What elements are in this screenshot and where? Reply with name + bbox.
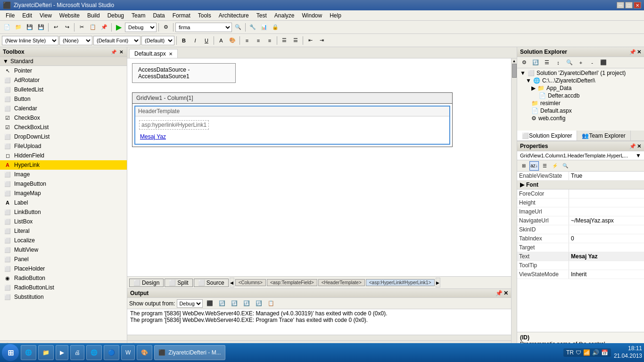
breadcrumb-headertemplate[interactable]: <HeaderTemplate> (318, 279, 365, 286)
attach-btn[interactable]: ⚙ (161, 22, 171, 33)
taskbar-chrome-btn[interactable]: 🌐 (86, 345, 102, 360)
output-pin-btn[interactable]: 📌 (495, 290, 503, 296)
properties-target-dropdown[interactable]: ▼ (636, 152, 641, 159)
prop-value[interactable] (569, 189, 644, 198)
menu-architecture[interactable]: Architecture (215, 10, 253, 20)
menu-format[interactable]: Format (169, 10, 194, 20)
bold-btn[interactable]: B (179, 35, 189, 46)
output-tool-btn6[interactable]: 📋 (266, 298, 276, 309)
minimize-button[interactable]: ─ (617, 2, 624, 8)
menu-help[interactable]: Help (326, 10, 345, 20)
prop-value[interactable]: Mesaj Yaz (569, 252, 644, 261)
toolbox-item-linkbutton[interactable]: ⬜ LinkButton (0, 207, 127, 217)
prop-value[interactable] (569, 198, 644, 207)
toolbox-item-substitution[interactable]: ⬜ Substitution (0, 292, 127, 302)
run-btn[interactable]: ▶ (114, 22, 124, 33)
design-view-btn[interactable]: ⬜ Design (129, 279, 164, 287)
se-syncwith-btn[interactable]: ⬛ (598, 58, 609, 68)
toolbox-item-radiobutton[interactable]: ◉ RadioButton (0, 273, 127, 283)
prop-value[interactable] (569, 225, 644, 234)
prop-value[interactable]: Inherit (569, 270, 644, 279)
toolbox-item-placeholder[interactable]: ⬜ PlaceHolder (0, 264, 127, 273)
breadcrumb-hyperlink[interactable]: <asp:HyperLink#HyperLink1> (366, 279, 435, 286)
toolbox-item-listbox[interactable]: ⬜ ListBox (0, 217, 127, 226)
se-expand-btn[interactable]: + (576, 58, 586, 68)
prop-value[interactable]: 0 (569, 234, 644, 243)
tree-resimler[interactable]: 📁 resimler (518, 99, 643, 107)
taskbar-mediaplayer-btn[interactable]: ▶ (56, 345, 68, 360)
se-props-btn[interactable]: ⚙ (519, 58, 529, 68)
output-close-btn[interactable]: ✕ (504, 290, 508, 296)
close-button[interactable]: ✕ (634, 2, 641, 8)
font-color-btn[interactable]: A (216, 35, 226, 46)
split-view-btn[interactable]: ⬜ Split (165, 279, 192, 287)
menu-window[interactable]: Window (298, 10, 326, 20)
toolbox-item-adrotator[interactable]: ⬜ AdRotator (0, 75, 127, 85)
prop-value[interactable] (569, 261, 644, 270)
main-vertical-scrollbar[interactable]: ▲ ▼ (511, 58, 517, 351)
se-pin-btn[interactable]: 📌 (629, 49, 636, 55)
output-tool-btn3[interactable]: 🔃 (229, 298, 239, 309)
se-close-btn[interactable]: ✕ (637, 49, 641, 55)
size-dropdown[interactable]: (Default) (141, 36, 174, 45)
props-grid-btn[interactable]: ☰ (540, 161, 549, 171)
toolbox-item-literal[interactable]: ⬜ Literal (0, 226, 127, 236)
start-button[interactable]: ⊞ (2, 344, 19, 361)
menu-debug[interactable]: Debug (104, 10, 128, 20)
toolbox-item-radiobuttonlist[interactable]: ⬜ RadioButtonList (0, 283, 127, 292)
props-close-btn[interactable]: ✕ (637, 143, 641, 149)
save-btn[interactable]: 💾 (25, 22, 35, 33)
bullet-list-btn[interactable]: ☰ (279, 35, 289, 46)
menu-edit[interactable]: Edit (18, 10, 36, 20)
indent-btn[interactable]: ⇥ (316, 35, 327, 46)
breadcrumb-columns[interactable]: <Columns> (235, 279, 266, 286)
toolbox-item-label[interactable]: A Label (0, 198, 127, 207)
new-project-btn[interactable]: 📄 (2, 22, 12, 33)
tree-solution[interactable]: ▼ ⬜ Solution 'ZiyaretciDefteri' (1 proje… (518, 69, 643, 77)
toolbox-item-image[interactable]: ⬜ Image (0, 170, 127, 179)
toolbox-item-localize[interactable]: ⬜ Localize (0, 236, 127, 245)
search-dropdown[interactable]: firma (175, 23, 232, 32)
toolbar-btn2[interactable]: 🔧 (248, 22, 258, 33)
style-dropdown[interactable]: (New Inline Style) (2, 36, 58, 45)
toolbox-item-hiddenfield[interactable]: ◻ HiddenField (0, 151, 127, 160)
undo-btn[interactable]: ↩ (50, 22, 61, 33)
outdent-btn[interactable]: ⇤ (305, 35, 315, 46)
props-alphabetical-btn[interactable]: az↓ (529, 161, 539, 171)
cut-btn[interactable]: ✂ (76, 22, 87, 33)
source-view-btn[interactable]: ⬜ Source (194, 279, 229, 287)
output-horizontal-scrollbar[interactable] (127, 335, 511, 340)
menu-view[interactable]: View (36, 10, 56, 20)
props-events-btn[interactable]: ⚡ (550, 161, 560, 171)
menu-test[interactable]: Test (253, 10, 271, 20)
menu-build[interactable]: Build (83, 10, 104, 20)
se-collapse-btn[interactable]: - (587, 58, 597, 68)
gridview-link[interactable]: Mesaj Yaz (140, 133, 445, 140)
prop-value[interactable] (569, 243, 644, 252)
se-sort-btn[interactable]: ↕ (553, 58, 563, 68)
menu-website[interactable]: Website (56, 10, 83, 20)
bg-color-btn[interactable]: 🎨 (227, 35, 238, 46)
debug-mode-dropdown[interactable]: Debug Release (125, 23, 157, 32)
taskbar-ie-btn[interactable]: 🌐 (21, 345, 36, 360)
toolbox-item-hyperlink[interactable]: A HyperLink (0, 160, 127, 170)
font-dropdown[interactable]: (Default Font) (93, 36, 140, 45)
toolbox-item-checkbox[interactable]: ☑ CheckBox (0, 113, 127, 123)
breadcrumb-scroll-right[interactable]: ▶ (436, 278, 440, 288)
underline-btn[interactable]: U (201, 35, 212, 46)
props-pin-btn[interactable]: 📌 (629, 143, 636, 149)
tree-webconfig[interactable]: ⚙ web.config (518, 115, 643, 122)
tree-defter[interactable]: 📄 Defter.accdb (518, 92, 643, 99)
toolbox-item-checkboxlist[interactable]: ☑ CheckBoxList (0, 123, 127, 132)
output-tool-btn5[interactable]: 🔃 (254, 298, 264, 309)
align-center-btn[interactable]: ≡ (253, 35, 264, 46)
copy-btn[interactable]: 📋 (88, 22, 98, 33)
taskbar-explorer-btn[interactable]: 📁 (38, 345, 54, 360)
prop-value[interactable]: True (569, 172, 644, 180)
toolbox-pin-btn[interactable]: 📌 (110, 49, 117, 55)
tab-default-aspx[interactable]: Default.aspx ✕ (129, 49, 178, 58)
output-tool-btn1[interactable]: ⬛ (205, 298, 215, 309)
tab-close-btn[interactable]: ✕ (169, 51, 173, 57)
prop-value[interactable]: ~/MesajYaz.aspx (569, 216, 644, 225)
output-tool-btn2[interactable]: 🔃 (217, 298, 227, 309)
